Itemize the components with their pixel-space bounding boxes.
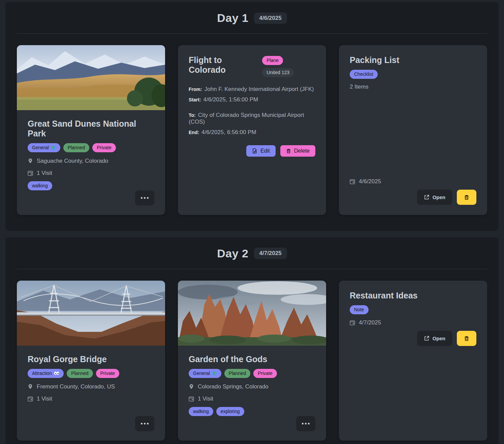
ellipsis-icon: [302, 423, 304, 424]
place-visits: 1 Visit: [37, 395, 52, 402]
globe-icon: [51, 145, 56, 150]
day-2-cards: Royal Gorge Bridge Attraction Planned Pr…: [5, 281, 499, 441]
eyes-icon: [54, 371, 59, 375]
tag-label: Attraction: [32, 370, 52, 377]
place-title: Garden of the Gods: [189, 354, 315, 364]
checklist-badge: Checklist: [350, 70, 378, 79]
place-card-royal-gorge[interactable]: Royal Gorge Bridge Attraction Planned Pr…: [17, 281, 165, 441]
flight-badges: Plane United 123: [262, 56, 315, 77]
note-date-row: 4/7/2025: [350, 319, 476, 326]
royal-gorge-photo: [17, 281, 165, 346]
tag-planned: Planned: [67, 369, 93, 378]
note-badge: Note: [350, 305, 369, 314]
note-title: Restaurant Ideas: [350, 291, 476, 300]
checklist-title: Packing List: [350, 55, 476, 65]
tag-attraction: Attraction: [28, 369, 64, 378]
activity-walking: walking: [28, 181, 52, 190]
from-label: From:: [189, 87, 202, 92]
day-1-date-badge: 4/6/2025: [254, 12, 287, 24]
place-location-row: Saguache County, Colorado: [28, 158, 154, 164]
external-link-icon: [424, 194, 430, 200]
card-menu-button[interactable]: [296, 416, 315, 431]
edit-button[interactable]: Edit: [246, 145, 276, 157]
day-1-title: Day 1: [217, 11, 248, 25]
end-value: 4/6/2025, 6:56:00 PM: [201, 129, 256, 135]
tag-general: General: [28, 143, 60, 152]
location-pin-icon: [189, 384, 194, 389]
delete-note-button[interactable]: [457, 331, 476, 346]
flight-type-badge: Plane: [262, 56, 283, 65]
flight-title: Flight to Colorado: [189, 55, 258, 75]
end-label: End:: [189, 130, 199, 135]
place-card-garden-of-the-gods[interactable]: Garden of the Gods General Planned Priva…: [178, 281, 326, 441]
tag-label: General: [32, 145, 49, 151]
start-label: Start:: [189, 97, 201, 102]
open-note-button[interactable]: Open: [417, 331, 452, 346]
place-card-great-sand-dunes[interactable]: Great Sand Dunes National Park General P…: [17, 45, 165, 215]
itinerary-page: Day 1 4/6/2025: [0, 0, 504, 444]
place-visits: 1 Visit: [37, 170, 52, 177]
location-pin-icon: [28, 158, 33, 164]
trash-icon: [464, 194, 469, 200]
ellipsis-icon: [141, 197, 143, 199]
flight-card: Flight to Colorado Plane United 123 From…: [178, 45, 326, 215]
great-sand-dunes-photo: [17, 45, 165, 110]
calendar-icon: [189, 396, 194, 402]
place-location: Colorado Springs, Colorado: [198, 383, 269, 390]
place-visits-row: 1 Visit: [28, 395, 154, 402]
trash-icon: [286, 148, 291, 154]
day-1-divider: [17, 33, 487, 34]
delete-button[interactable]: Delete: [280, 145, 315, 157]
tag-planned: Planned: [224, 369, 250, 378]
activity-tags: walking exploring: [189, 407, 315, 416]
checklist-date-row: 4/6/2025: [350, 178, 476, 185]
place-location: Fremont County, Colorado, US: [37, 383, 115, 390]
globe-icon: [212, 371, 217, 376]
calendar-icon: [28, 170, 33, 176]
trash-icon: [464, 336, 469, 341]
open-checklist-button[interactable]: Open: [417, 190, 452, 205]
day-2-title: Day 2: [217, 247, 248, 260]
calendar-icon: [350, 179, 355, 184]
tag-general: General: [189, 369, 221, 378]
flight-number-badge: United 123: [262, 68, 294, 77]
place-title: Royal Gorge Bridge: [28, 354, 154, 364]
activity-tags: walking: [28, 181, 154, 190]
checklist-card: Packing List Checklist 2 Items 4/6/2025 …: [339, 45, 487, 215]
flight-departure-block: From:John F. Kennedy International Airpo…: [189, 86, 315, 103]
activity-exploring: exploring: [216, 407, 244, 416]
edit-icon: [252, 148, 257, 154]
ellipsis-icon: [141, 423, 143, 424]
place-title: Great Sand Dunes National Park: [28, 119, 154, 138]
external-link-icon: [424, 336, 430, 341]
place-location-row: Colorado Springs, Colorado: [189, 383, 315, 390]
note-card: Restaurant Ideas Note 4/7/2025 Open: [339, 281, 487, 441]
tag-private: Private: [253, 369, 277, 378]
delete-checklist-button[interactable]: [457, 190, 476, 205]
place-tags: Attraction Planned Private: [28, 369, 154, 378]
note-date: 4/7/2025: [359, 319, 381, 326]
calendar-icon: [350, 320, 355, 325]
from-value: John F. Kennedy International Airport (J…: [204, 86, 314, 92]
day-2-section: Day 2 4/7/2025: [5, 237, 499, 444]
place-tags: General Planned Private: [189, 369, 315, 378]
card-menu-button[interactable]: [135, 190, 154, 205]
place-tags: General Planned Private: [28, 143, 154, 152]
day-1-cards: Great Sand Dunes National Park General P…: [5, 45, 499, 215]
checklist-item-count: 2 Items: [350, 84, 476, 90]
open-label: Open: [433, 336, 445, 341]
open-label: Open: [433, 194, 445, 200]
tag-planned: Planned: [63, 143, 89, 152]
card-menu-button[interactable]: [135, 416, 154, 431]
checklist-date: 4/6/2025: [359, 178, 381, 185]
day-2-date-badge: 4/7/2025: [254, 248, 287, 259]
day-1-header: Day 1 4/6/2025: [5, 11, 499, 25]
start-value: 4/6/2025, 1:56:00 PM: [203, 96, 258, 103]
edit-label: Edit: [260, 148, 270, 154]
tag-private: Private: [92, 143, 116, 152]
to-label: To:: [189, 113, 196, 118]
flight-arrival-block: To:City of Colorado Springs Municipal Ai…: [189, 112, 315, 136]
garden-of-the-gods-photo: [178, 281, 326, 346]
day-1-section: Day 1 4/6/2025: [5, 2, 499, 231]
activity-walking: walking: [189, 407, 213, 416]
